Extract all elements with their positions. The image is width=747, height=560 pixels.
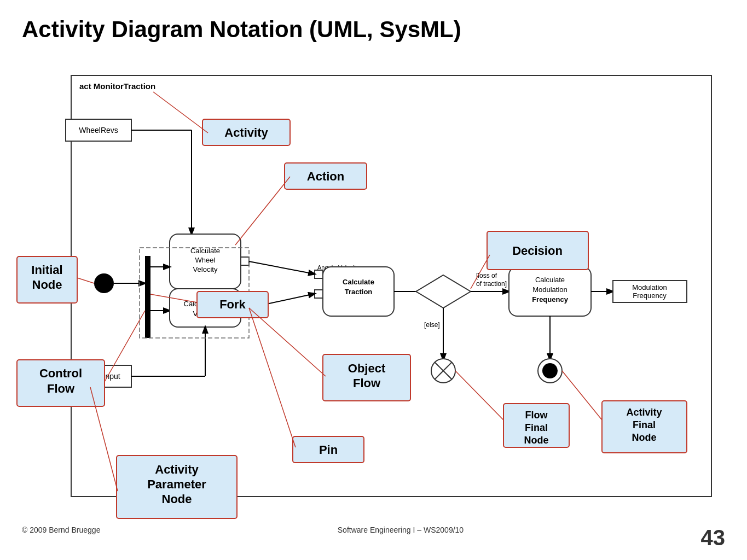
svg-text:Node: Node [32, 278, 62, 291]
svg-line-75 [77, 278, 94, 283]
svg-text:Decision: Decision [512, 244, 563, 258]
svg-text:Final: Final [633, 419, 656, 430]
svg-point-6 [94, 273, 114, 293]
svg-rect-24 [315, 270, 323, 278]
svg-text:Node: Node [524, 435, 549, 446]
svg-text:Frequency: Frequency [532, 295, 569, 304]
page-number: 43 [700, 526, 725, 550]
svg-text:act MonitorTraction: act MonitorTraction [79, 81, 155, 91]
svg-text:Flow: Flow [353, 376, 381, 390]
svg-rect-7 [145, 256, 150, 338]
svg-text:Activity: Activity [626, 407, 662, 418]
svg-rect-22 [241, 257, 249, 265]
footer: © 2009 Bernd Bruegge Software Engineerin… [0, 526, 747, 550]
svg-text:Node: Node [162, 492, 192, 506]
svg-line-26 [249, 261, 315, 274]
svg-text:Frequency: Frequency [633, 291, 667, 300]
svg-text:Modulation: Modulation [532, 285, 568, 294]
svg-text:Modulation: Modulation [632, 283, 667, 291]
svg-text:Final: Final [525, 422, 548, 433]
svg-text:Activity: Activity [155, 463, 199, 476]
svg-text:Calculate: Calculate [535, 276, 565, 284]
svg-text:Traction: Traction [345, 288, 373, 296]
svg-text:Wheel: Wheel [195, 256, 216, 264]
page-title: Activity Diagram Notation (UML, SysML) [0, 0, 747, 48]
svg-marker-34 [416, 275, 471, 308]
svg-text:Velocity: Velocity [193, 265, 218, 273]
svg-text:of traction]: of traction] [476, 280, 507, 288]
svg-text:Control: Control [39, 366, 82, 380]
svg-text:[else]: [else] [424, 321, 440, 329]
svg-point-53 [542, 363, 558, 378]
svg-text:Fork: Fork [219, 298, 246, 311]
svg-text:Flow: Flow [47, 382, 75, 395]
svg-line-68 [153, 92, 208, 133]
svg-text:Action: Action [307, 170, 344, 183]
svg-text:Calculate: Calculate [343, 278, 374, 286]
svg-text:Flow: Flow [525, 410, 548, 421]
svg-line-71 [235, 177, 290, 245]
svg-rect-25 [315, 290, 323, 298]
svg-text:Node: Node [632, 432, 657, 443]
svg-text:Parameter: Parameter [147, 477, 206, 491]
svg-text:Activity: Activity [224, 126, 268, 139]
svg-line-59 [455, 371, 503, 420]
svg-text:Initial: Initial [31, 263, 62, 277]
svg-text:Object: Object [348, 361, 386, 375]
svg-text:Pin: Pin [319, 443, 338, 457]
footer-center: Software Engineering I – WS2009/10 [338, 526, 464, 550]
svg-text:WheelRevs: WheelRevs [79, 126, 118, 135]
footer-left: © 2009 Bernd Bruegge [22, 526, 100, 550]
